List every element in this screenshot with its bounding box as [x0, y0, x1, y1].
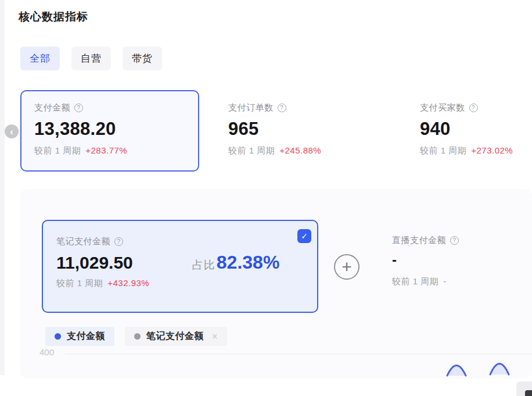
tab-affiliate[interactable]: 带货 — [123, 47, 162, 70]
compare-label: 较前 1 周期 — [34, 145, 81, 155]
compare-delta: +245.88% — [279, 145, 321, 155]
dashboard-screen: 核心数据指标 全部 自营 带货 ‹ 支付金额 ? 13,388.20 较前 1 … — [0, 0, 532, 396]
metric-card-pay-amount[interactable]: 支付金额 ? 13,388.20 较前 1 周期+283.77% — [20, 90, 199, 172]
breakdown-panel: ✓ 笔记支付金额 ? 11,029.50 占比 82.38% 较前 1 周期+4… — [20, 189, 532, 379]
compare-label: 较前 1 周期 — [420, 145, 466, 155]
metric-value: 965 — [228, 119, 397, 140]
metric-value: 940 — [420, 119, 532, 140]
metric-label: 支付订单数 — [228, 102, 274, 113]
help-icon[interactable]: ? — [74, 104, 83, 112]
metric-label-row: 支付买家数 ? — [420, 102, 532, 113]
help-icon[interactable]: ? — [278, 104, 286, 112]
chevron-left-icon: ‹ — [10, 127, 13, 137]
metric-compare-row: 较前 1 周期+245.88% — [228, 145, 397, 156]
metric-label-row: 支付金额 ? — [34, 102, 185, 113]
metric-label: 支付金额 — [34, 102, 70, 113]
metric-card-pay-buyers[interactable]: 支付买家数 ? 940 较前 1 周期+273.02% — [420, 90, 532, 172]
carousel-prev-button[interactable]: ‹ — [5, 124, 19, 138]
corner-widget-partial[interactable] — [525, 390, 532, 396]
compare-label: 较前 1 周期 — [228, 145, 275, 155]
tab-all[interactable]: 全部 — [20, 47, 60, 70]
page-title: 核心数据指标 — [19, 9, 88, 24]
tab-self-operated[interactable]: 自营 — [71, 47, 111, 70]
metric-label: 支付买家数 — [420, 102, 465, 113]
compare-delta: +283.77% — [85, 145, 127, 155]
help-icon[interactable]: ? — [469, 104, 478, 112]
metric-value: 13,388.20 — [34, 119, 185, 140]
line-chart-partial — [20, 189, 532, 379]
tab-bar: 全部 自营 带货 — [20, 47, 162, 70]
metric-compare-row: 较前 1 周期+283.77% — [34, 145, 185, 156]
page-edge-strip — [0, 0, 5, 375]
metric-label-row: 支付订单数 ? — [228, 102, 397, 113]
metric-card-pay-orders[interactable]: 支付订单数 ? 965 较前 1 周期+245.88% — [228, 90, 397, 172]
metric-compare-row: 较前 1 周期+273.02% — [420, 145, 532, 156]
compare-delta: +273.02% — [471, 145, 513, 155]
